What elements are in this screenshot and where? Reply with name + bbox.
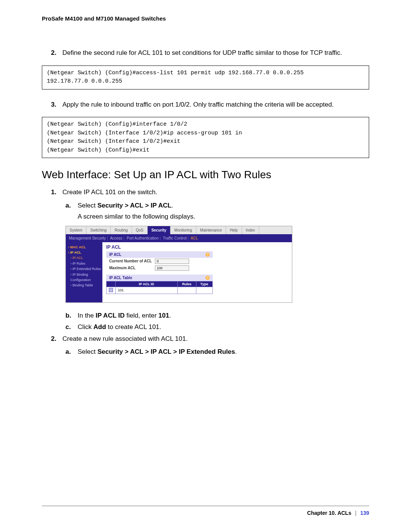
text-fragment: . (169, 312, 171, 319)
sidebar: › MAC ACL › IP ACL › IP ACL › IP Rules ›… (66, 242, 102, 302)
panel-header: IP ACL ? (106, 251, 213, 258)
bold-path: Security > ACL > IP ACL > IP Extended Ru… (97, 348, 235, 355)
ip-acl-info-box: IP ACL ? Current Number of ACL 0 Maximum… (106, 251, 213, 272)
panel-header-label: IP ACL (109, 252, 121, 257)
sub-tabbar: Management Security| Access| Port Authen… (66, 234, 292, 242)
main-panel: IP ACL IP ACL ? Current Number of ACL 0 … (102, 242, 292, 302)
sidebar-item-label: IP Extended Rules (73, 267, 101, 271)
field-max-acl: Maximum ACL 100 (106, 265, 213, 272)
field-label: Maximum ACL (109, 266, 155, 270)
step-number: 1. (51, 188, 59, 197)
ip-acl-id-input[interactable] (118, 288, 175, 292)
text-fragment: In the (78, 312, 96, 319)
help-icon[interactable]: ? (206, 252, 210, 257)
bold-fragment: IP ACL ID (96, 312, 124, 319)
step-text: Create IP ACL 101 on the switch. (62, 188, 369, 197)
tab-help[interactable]: Help (226, 226, 242, 234)
sub-letter: b. (65, 311, 74, 321)
proc-step-1a-after: A screen similar to the following displa… (42, 213, 369, 220)
step-number: 2. (51, 48, 59, 58)
sidebar-item-label: MAC ACL (70, 245, 86, 249)
text-fragment: . (235, 348, 237, 355)
proc-step-2a: a. Select Security > ACL > IP ACL > IP E… (42, 347, 369, 357)
table-row (107, 287, 213, 294)
subtab-access[interactable]: Access (110, 236, 122, 240)
sub-letter: a. (65, 347, 74, 357)
text-fragment: . (172, 202, 174, 209)
proc-step-1a: a. Select Security > ACL > IP ACL. (42, 201, 369, 211)
sub-text: Select Security > ACL > IP ACL. (78, 201, 369, 211)
sidebar-item-label: IP Binding Configuration (70, 273, 91, 282)
step-text: Apply the rule to inbound traffic on por… (62, 100, 369, 110)
field-value: 0 (155, 259, 189, 264)
tab-index[interactable]: Index (242, 226, 259, 234)
help-icon[interactable]: ? (206, 276, 210, 280)
sidebar-item-label: Binding Table (73, 283, 93, 287)
sidebar-item-binding-table[interactable]: › Binding Table (68, 283, 101, 288)
sub-letter: a. (65, 201, 74, 211)
ip-acl-table-box: IP ACL Table ? IP ACL ID Rules Type (106, 275, 213, 294)
row-checkbox[interactable] (109, 288, 113, 292)
ip-acl-table: IP ACL ID Rules Type (106, 281, 213, 294)
proc-step-2: 2. Create a new rule associated with ACL… (42, 334, 369, 344)
step-text: Create a new rule associated with ACL 10… (62, 334, 369, 344)
sidebar-item-label: IP ACL (70, 251, 81, 254)
code-block-1: (Netgear Switch) (Config)#access-list 10… (42, 66, 369, 89)
page-number: 139 (360, 510, 369, 516)
col-ip-acl-id: IP ACL ID (116, 281, 178, 287)
subtab-mgmt-security[interactable]: Management Security (69, 236, 106, 240)
col-type: Type (196, 281, 212, 287)
footer-separator: | (355, 510, 357, 516)
page-footer: Chapter 10. ACLs | 139 (42, 506, 369, 516)
chapter-label: Chapter 10. ACLs (307, 510, 351, 516)
subtab-traffic-control[interactable]: Traffic Control (163, 236, 186, 240)
bold-fragment: Add (94, 323, 106, 331)
bold-path: Security > ACL > IP ACL (97, 202, 172, 209)
field-label: Current Number of ACL (109, 259, 155, 263)
sub-text: Select Security > ACL > IP ACL > IP Exte… (78, 347, 369, 357)
sub-letter: c. (65, 323, 74, 332)
step-text: Define the second rule for ACL 101 to se… (62, 48, 369, 58)
col-rules: Rules (177, 281, 196, 287)
document-header: ProSafe M4100 and M7100 Managed Switches (42, 15, 369, 22)
text-fragment: Click (78, 323, 94, 331)
bold-fragment: 101 (158, 312, 169, 319)
panel-header: IP ACL Table ? (106, 275, 213, 281)
sub-text: In the IP ACL ID field, enter 101. (78, 311, 369, 321)
main-tabbar: System Switching Routing QoS Security Mo… (66, 226, 292, 234)
sidebar-item-ip-ext-rules[interactable]: › IP Extended Rules (68, 266, 101, 272)
sidebar-ip-acl[interactable]: › IP ACL (68, 250, 101, 255)
text-fragment: Select (78, 202, 97, 209)
text-fragment: to create ACL 101. (106, 323, 161, 331)
field-value: 100 (155, 265, 189, 271)
cell-type (196, 287, 212, 294)
step-number: 2. (51, 334, 59, 344)
code-block-2: (Netgear Switch) (Config)#interface 1/0/… (42, 117, 369, 158)
tab-security[interactable]: Security (148, 226, 170, 234)
proc-step-1b: b. In the IP ACL ID field, enter 101. (42, 311, 369, 321)
proc-step-1: 1. Create IP ACL 101 on the switch. (42, 188, 369, 197)
text-fragment: Select (78, 348, 97, 355)
tab-system[interactable]: System (66, 226, 86, 234)
step-2: 2. Define the second rule for ACL 101 to… (42, 48, 369, 58)
subtab-acl[interactable]: ACL (191, 236, 198, 240)
tab-maintenance[interactable]: Maintenance (196, 226, 226, 234)
sidebar-mac-acl[interactable]: › MAC ACL (68, 244, 101, 250)
proc-step-1c: c. Click Add to create ACL 101. (42, 323, 369, 332)
step-number: 3. (51, 100, 59, 110)
subtab-port-auth[interactable]: Port Authentication (127, 236, 159, 240)
tab-monitoring[interactable]: Monitoring (170, 226, 196, 234)
tab-routing[interactable]: Routing (111, 226, 132, 234)
field-current-acl: Current Number of ACL 0 (106, 258, 213, 265)
embedded-ui-screenshot: System Switching Routing QoS Security Mo… (65, 226, 292, 303)
sidebar-item-ip-rules[interactable]: › IP Rules (68, 261, 101, 266)
panel-header-label: IP ACL Table (109, 276, 132, 280)
text-fragment: field, enter (124, 312, 158, 319)
tab-switching[interactable]: Switching (86, 226, 111, 234)
panel-title: IP ACL (106, 244, 288, 250)
sidebar-item-ip-acl[interactable]: › IP ACL (68, 255, 101, 260)
tab-qos[interactable]: QoS (132, 226, 148, 234)
sidebar-item-ip-binding[interactable]: › IP Binding Configuration (68, 272, 101, 283)
sub-text: Click Add to create ACL 101. (78, 323, 369, 332)
cell-rules (177, 287, 196, 294)
